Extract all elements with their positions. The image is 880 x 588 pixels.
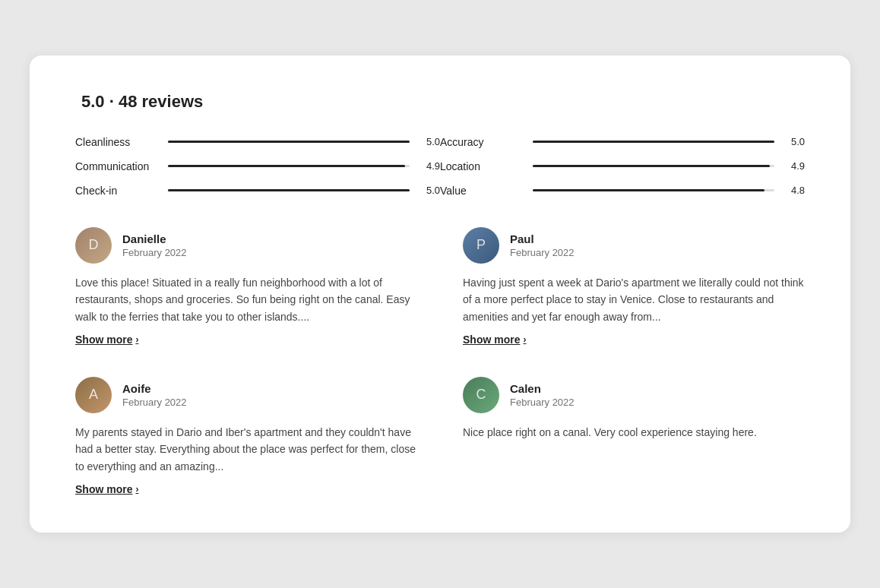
rating-label: Accuracy — [440, 136, 524, 148]
rating-bar-container — [168, 189, 410, 191]
avatar: A — [75, 377, 112, 413]
rating-value: 5.0 — [419, 136, 440, 147]
review-item: P PaulFebruary 2022Having just spent a w… — [463, 227, 805, 346]
reviewer-header: C CalenFebruary 2022 — [463, 377, 805, 413]
svg-text:C: C — [476, 387, 486, 402]
rating-bar-fill — [533, 141, 774, 143]
reviewer-info: CalenFebruary 2022 — [510, 382, 575, 408]
reviewer-date: February 2022 — [510, 247, 575, 258]
review-item: C CalenFebruary 2022Nice place right on … — [463, 377, 805, 496]
rating-value: 4.9 — [783, 160, 805, 172]
rating-value: 4.8 — [783, 185, 805, 196]
reviewer-header: A AoifeFebruary 2022 — [75, 377, 417, 413]
reviewer-info: DanielleFebruary 2022 — [122, 232, 187, 258]
ratings-grid: Cleanliness5.0Communication4.9Check-in5.… — [75, 136, 805, 197]
rating-bar-container — [168, 141, 410, 143]
rating-bar-fill — [168, 189, 410, 191]
review-text: Having just spent a week at Dario's apar… — [463, 274, 805, 325]
show-more-button[interactable]: Show more › — [463, 334, 526, 346]
rating-bar-fill — [168, 141, 410, 143]
reviewer-header: P PaulFebruary 2022 — [463, 227, 805, 264]
reviewer-name: Aoife — [122, 382, 187, 395]
reviewer-date: February 2022 — [510, 397, 575, 408]
svg-text:A: A — [89, 387, 98, 402]
reviewer-name: Danielle — [122, 232, 187, 245]
review-item: A AoifeFebruary 2022My parents stayed in… — [75, 377, 417, 496]
rating-bar-fill — [533, 165, 770, 167]
rating-label: Location — [440, 160, 524, 172]
rating-bar-fill — [168, 165, 405, 167]
reviewer-info: AoifeFebruary 2022 — [122, 382, 187, 408]
rating-row: Accuracy5.0 — [440, 136, 805, 148]
rating-label: Cleanliness — [75, 136, 159, 148]
rating-bar-container — [533, 165, 774, 167]
ratings-right-col: Accuracy5.0Location4.9Value4.8 — [440, 136, 805, 197]
chevron-right-icon: › — [135, 484, 138, 495]
show-more-button[interactable]: Show more › — [75, 334, 138, 346]
chevron-right-icon: › — [523, 334, 526, 345]
show-more-button[interactable]: Show more › — [75, 483, 138, 495]
rating-row: Check-in5.0 — [75, 185, 440, 197]
avatar: C — [463, 377, 499, 413]
reviewer-date: February 2022 — [122, 247, 187, 258]
reviewer-name: Calen — [510, 382, 575, 395]
rating-bar-fill — [533, 189, 764, 191]
reviews-card: 5.0 · 48 reviews Cleanliness5.0Communica… — [30, 55, 850, 533]
rating-row: Communication4.9 — [75, 160, 440, 172]
rating-label: Check-in — [75, 185, 159, 197]
rating-bar-container — [533, 189, 774, 191]
rating-bar-container — [168, 165, 410, 167]
review-text: My parents stayed in Dario and Iber's ap… — [75, 424, 417, 475]
ratings-left-col: Cleanliness5.0Communication4.9Check-in5.… — [75, 136, 440, 197]
rating-header: 5.0 · 48 reviews — [75, 92, 805, 112]
avatar: D — [75, 227, 112, 264]
reviewer-name: Paul — [510, 232, 575, 245]
rating-value: 5.0 — [419, 185, 440, 196]
review-text: Love this place! Situated in a really fu… — [75, 274, 417, 325]
reviewer-info: PaulFebruary 2022 — [510, 232, 575, 258]
rating-row: Cleanliness5.0 — [75, 136, 440, 148]
rating-value: 5.0 — [783, 136, 805, 147]
svg-text:P: P — [476, 237, 486, 252]
rating-value: 4.9 — [419, 160, 440, 172]
overall-rating: 5.0 · 48 reviews — [81, 92, 203, 112]
rating-row: Value4.8 — [440, 185, 805, 197]
rating-label: Communication — [75, 160, 159, 172]
rating-bar-container — [533, 141, 774, 143]
reviews-grid: D DanielleFebruary 2022Love this place! … — [75, 227, 805, 496]
rating-row: Location4.9 — [440, 160, 805, 172]
avatar: P — [463, 227, 499, 264]
review-item: D DanielleFebruary 2022Love this place! … — [75, 227, 417, 346]
svg-text:D: D — [89, 237, 99, 252]
chevron-right-icon: › — [135, 334, 138, 345]
rating-label: Value — [440, 185, 524, 197]
reviewer-date: February 2022 — [122, 397, 187, 408]
reviewer-header: D DanielleFebruary 2022 — [75, 227, 417, 264]
review-text: Nice place right on a canal. Very cool e… — [463, 424, 805, 441]
